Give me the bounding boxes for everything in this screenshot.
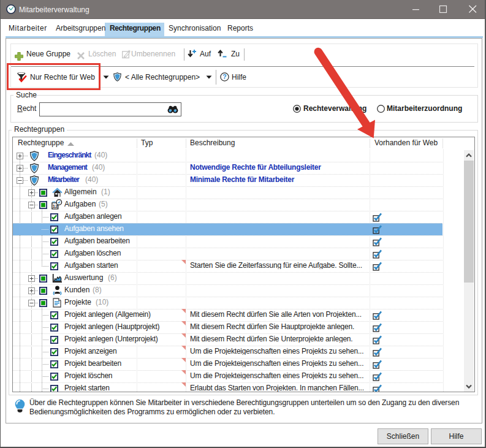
svg-text:?: ? xyxy=(222,73,226,80)
